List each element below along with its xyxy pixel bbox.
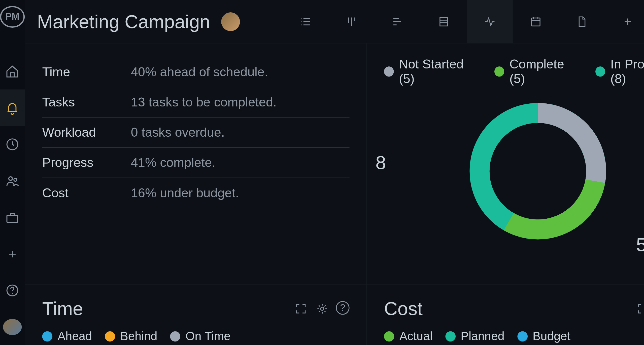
- legend-dot: [384, 331, 394, 342]
- people-icon: [5, 174, 20, 188]
- legend-dot: [595, 66, 605, 77]
- app-logo[interactable]: PM: [0, 6, 25, 28]
- expand-button[interactable]: [293, 301, 309, 316]
- legend-item[interactable]: Planned: [445, 330, 504, 343]
- help-button[interactable]: ?: [336, 301, 349, 315]
- legend-item[interactable]: On Time: [170, 330, 230, 343]
- summary-value: 40% ahead of schedule.: [131, 65, 268, 79]
- time-card: Time ? Ahead Behind On Time Planned Com.…: [25, 284, 367, 345]
- svg-point-1: [9, 177, 12, 180]
- cost-card-title: Cost: [384, 298, 423, 320]
- cost-card: Cost ? Actual Planned Budget 20K15K10K5K…: [367, 284, 644, 345]
- legend-item[interactable]: Ahead: [42, 330, 92, 343]
- svg-rect-6: [440, 17, 448, 26]
- legend-item[interactable]: Not Started (5): [384, 57, 479, 86]
- summary-value: 16% under budget.: [131, 186, 239, 200]
- tab-dashboard[interactable]: [467, 0, 513, 43]
- briefcase-icon: [5, 210, 20, 225]
- nav-notifications[interactable]: [0, 90, 25, 126]
- nav-portfolio[interactable]: [0, 199, 25, 236]
- tab-gantt[interactable]: [375, 0, 421, 43]
- summary-row: Tasks 13 tasks to be completed.: [42, 87, 350, 118]
- expand-icon: [294, 302, 307, 315]
- donut-chart: 5 5 8: [384, 95, 644, 248]
- main: Marketing Campaign: [25, 0, 644, 345]
- pulse-icon: [483, 15, 496, 28]
- summary-value: 0 tasks overdue.: [131, 125, 225, 140]
- summary-label: Tasks: [42, 95, 131, 109]
- legend-dot: [384, 66, 394, 77]
- legend-dot: [170, 331, 180, 342]
- dashboard-grid: Time 40% ahead of schedule. Tasks 13 tas…: [25, 44, 644, 345]
- topbar: Marketing Campaign: [25, 0, 644, 44]
- legend-item[interactable]: Complete (5): [494, 57, 580, 86]
- tab-calendar[interactable]: [513, 0, 559, 43]
- legend-item[interactable]: Actual: [384, 330, 433, 343]
- summary-label: Workload: [42, 125, 131, 140]
- svg-point-10: [321, 307, 324, 311]
- file-icon: [575, 15, 588, 28]
- summary-row: Cost 16% under budget.: [42, 178, 350, 208]
- legend-dot: [42, 331, 53, 342]
- summary-label: Time: [42, 65, 131, 79]
- cost-legend: Actual Planned Budget: [384, 330, 644, 343]
- nav-home[interactable]: [0, 53, 25, 90]
- expand-button[interactable]: [635, 301, 644, 316]
- home-icon: [5, 64, 20, 79]
- gear-icon: [316, 302, 329, 315]
- board-icon: [345, 15, 358, 28]
- plus-icon: [621, 15, 634, 28]
- time-card-title: Time: [42, 298, 83, 320]
- legend-dot: [445, 331, 456, 342]
- svg-point-5: [12, 293, 13, 294]
- legend-dot: [517, 331, 528, 342]
- summary-row: Progress 41% complete.: [42, 148, 350, 178]
- summary-label: Cost: [42, 186, 131, 200]
- donut-legend: Not Started (5) Complete (5) In Progress…: [384, 57, 644, 86]
- summary-label: Progress: [42, 156, 131, 170]
- summary-value: 41% complete.: [131, 156, 216, 170]
- legend-dot: [105, 331, 115, 342]
- legend-item[interactable]: Behind: [105, 330, 157, 343]
- svg-point-2: [14, 178, 17, 181]
- legend-item[interactable]: In Progress (8): [595, 57, 644, 86]
- svg-rect-3: [7, 215, 18, 222]
- plus-icon: [7, 248, 18, 259]
- sheet-icon: [437, 15, 450, 28]
- tab-sheet[interactable]: [421, 0, 467, 43]
- nav-add[interactable]: [0, 236, 25, 272]
- nav-help[interactable]: [0, 272, 25, 309]
- user-avatar[interactable]: [3, 319, 22, 335]
- status-donut-card: Not Started (5) Complete (5) In Progress…: [367, 44, 644, 285]
- donut-val-complete: 5: [636, 234, 644, 256]
- summary-row: Time 40% ahead of schedule.: [42, 57, 350, 87]
- calendar-icon: [529, 15, 542, 28]
- gantt-icon: [391, 15, 404, 28]
- help-icon: [5, 283, 20, 298]
- nav-recent[interactable]: [0, 126, 25, 163]
- tab-add-view[interactable]: [605, 0, 644, 43]
- nav-team[interactable]: [0, 163, 25, 199]
- summary-row: Workload 0 tasks overdue.: [42, 118, 350, 148]
- summary-value: 13 tasks to be completed.: [131, 95, 277, 109]
- sidebar: PM: [0, 0, 25, 345]
- settings-button[interactable]: [315, 301, 330, 316]
- list-icon: [299, 15, 312, 28]
- svg-rect-7: [531, 18, 540, 26]
- donut-val-inprogress: 8: [376, 152, 386, 173]
- tab-files[interactable]: [559, 0, 605, 43]
- tab-board[interactable]: [329, 0, 375, 43]
- clock-icon: [5, 137, 20, 152]
- expand-icon: [636, 302, 644, 315]
- summary-card: Time 40% ahead of schedule. Tasks 13 tas…: [25, 44, 367, 285]
- project-title: Marketing Campaign: [37, 11, 210, 32]
- view-tabs: [283, 0, 644, 43]
- legend-dot: [494, 66, 504, 77]
- legend-item[interactable]: Budget: [517, 330, 570, 343]
- bell-icon: [5, 101, 20, 115]
- time-legend: Ahead Behind On Time: [42, 330, 350, 343]
- tab-list[interactable]: [283, 0, 329, 43]
- project-avatar[interactable]: [221, 12, 240, 31]
